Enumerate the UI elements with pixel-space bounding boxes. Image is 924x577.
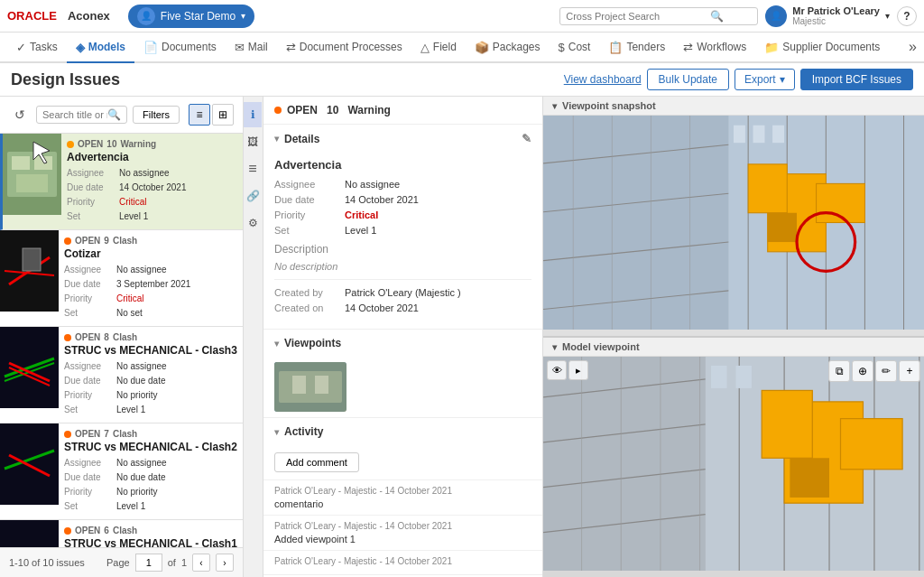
- search-input[interactable]: [42, 109, 107, 120]
- cross-project-search[interactable]: 🔍: [559, 7, 758, 25]
- next-page-button[interactable]: ›: [216, 554, 234, 572]
- cursor-icon: [30, 138, 57, 165]
- bulk-update-button[interactable]: Bulk Update: [647, 69, 729, 90]
- viewpoint-thumbnail[interactable]: [274, 362, 346, 412]
- issue-title-row: OPEN 10 Warning: [67, 139, 237, 149]
- svg-rect-72: [735, 366, 751, 388]
- export-label: Export: [744, 73, 776, 86]
- nav-item-cost[interactable]: $ Cost: [550, 33, 600, 63]
- view-dashboard-button[interactable]: View dashboard: [564, 73, 642, 86]
- model-nav-button[interactable]: ▸: [568, 360, 588, 380]
- nav-item-doc-processes[interactable]: ⇄ Document Processes: [277, 33, 411, 63]
- help-button[interactable]: ?: [897, 6, 917, 26]
- nav-item-field[interactable]: △ Field: [411, 33, 466, 63]
- details-label: Details: [284, 133, 319, 145]
- details-content: Advertencia Assignee No assignee Due dat…: [263, 153, 542, 329]
- nav-item-supplier-docs[interactable]: 📁 Supplier Documents: [755, 33, 889, 63]
- svg-rect-4: [16, 174, 48, 192]
- issue-title-row: OPEN 6 Clash: [64, 526, 237, 535]
- issue-title-row: OPEN 9 Clash: [64, 236, 237, 246]
- copy-icon-button[interactable]: ⧉: [828, 360, 850, 382]
- created-by-value: Patrick O'Leary (Majestic ): [345, 287, 461, 298]
- workflows-icon: ⇄: [683, 41, 693, 54]
- settings-icon-button[interactable]: ⚙: [244, 210, 262, 236]
- list-view-button[interactable]: ≡: [189, 104, 210, 126]
- cross-project-search-input[interactable]: [566, 11, 710, 22]
- issue-meta: AssigneeNo assignee Due dateNo due date …: [64, 359, 237, 417]
- user-info: 👤 Mr Patrick O'Leary Majestic ▾: [765, 5, 890, 27]
- viewpoint-thumb-image: [274, 362, 346, 412]
- image-icon-button[interactable]: 🖼: [244, 129, 262, 154]
- add-icon-button[interactable]: +: [899, 360, 920, 382]
- nav-item-tasks[interactable]: ✓ Tasks: [7, 33, 67, 63]
- nav-item-documents[interactable]: 📄 Documents: [134, 33, 226, 63]
- issue-status: OPEN: [78, 139, 103, 149]
- project-selector[interactable]: 👤 Five Star Demo ▾: [128, 5, 254, 28]
- mail-icon: ✉: [235, 41, 245, 54]
- nav-item-packages[interactable]: 📦 Packages: [466, 33, 550, 63]
- oracle-logo: ORACLE: [7, 9, 57, 23]
- viewpoints-label: Viewpoints: [284, 337, 341, 349]
- center-panel: OPEN 10 Warning ▾ Details ✎ Advertencia …: [263, 97, 543, 577]
- page-number-input[interactable]: [135, 554, 162, 572]
- set-value: Level 1: [345, 225, 376, 236]
- issue-status: OPEN: [75, 526, 100, 535]
- svg-rect-22: [279, 371, 342, 403]
- nav-label-doc-processes: Document Processes: [300, 41, 402, 53]
- issue-name: STRUC vs MECHANICAL - Clash3: [64, 344, 237, 357]
- grid-view-button[interactable]: ⊞: [212, 104, 234, 126]
- activity-text: Added viewpoint 1: [274, 534, 531, 544]
- link-icon-button[interactable]: 🔗: [244, 183, 262, 209]
- export-button[interactable]: Export ▾: [735, 69, 795, 90]
- center-status: OPEN: [287, 104, 318, 116]
- svg-rect-48: [753, 126, 765, 143]
- nav-item-workflows[interactable]: ⇄ Workflows: [674, 33, 755, 63]
- nav-item-mail[interactable]: ✉ Mail: [226, 33, 277, 63]
- list-icon-button[interactable]: ≡: [244, 156, 262, 181]
- nav-item-models[interactable]: ◈ Models: [67, 33, 134, 63]
- details-section-header[interactable]: ▾ Details ✎: [263, 125, 542, 153]
- view-toggle: ≡ ⊞: [189, 104, 234, 126]
- list-item[interactable]: OPEN 8 Clash STRUC vs MECHANICAL - Clash…: [0, 327, 243, 423]
- list-item[interactable]: OPEN 7 Clash STRUC vs MECHANICAL - Clash…: [0, 423, 243, 520]
- svg-rect-24: [315, 376, 328, 394]
- issue-name: Cotizar: [64, 247, 237, 260]
- svg-rect-9: [23, 248, 41, 271]
- list-item[interactable]: OPEN 10 Warning Advertencia AssigneeNo a…: [0, 134, 243, 230]
- eye-icon-button[interactable]: 👁: [547, 360, 567, 380]
- refresh-button[interactable]: ↺: [9, 104, 31, 126]
- svg-rect-43: [748, 164, 787, 213]
- svg-rect-45: [768, 213, 797, 242]
- list-item[interactable]: OPEN 6 Clash STRUC vs MECHANICAL - Clash…: [0, 520, 243, 547]
- info-icon-button[interactable]: ℹ: [244, 102, 262, 127]
- add-comment-button[interactable]: Add comment: [274, 452, 359, 472]
- viewpoint-snapshot-area: [543, 116, 924, 330]
- detail-priority: Priority Critical: [274, 209, 531, 220]
- nav-item-tenders[interactable]: 📋 Tenders: [599, 33, 674, 63]
- model-viewpoint-title: Model viewpoint: [562, 341, 640, 352]
- search-icon: 🔍: [710, 10, 724, 23]
- edit-icon[interactable]: ✎: [522, 132, 531, 145]
- svg-rect-47: [734, 126, 745, 143]
- prev-page-button[interactable]: ‹: [192, 554, 210, 572]
- activity-section-header[interactable]: ▾ Activity: [263, 418, 542, 445]
- page-title: Design Issues: [11, 70, 120, 89]
- model-viewpoint-label: ▾ Model viewpoint: [543, 338, 924, 357]
- filter-button[interactable]: Filters: [133, 106, 180, 124]
- aconex-logo: Aconex: [68, 9, 110, 23]
- user-chevron-icon[interactable]: ▾: [885, 11, 890, 21]
- activity-text: comentario: [274, 498, 531, 509]
- pen-icon-button[interactable]: ✏: [875, 360, 897, 382]
- import-bcf-button[interactable]: Import BCF Issues: [800, 69, 913, 90]
- nav-more-icon[interactable]: »: [909, 39, 917, 55]
- viewpoint-snapshot-chevron-icon: ▾: [552, 101, 557, 111]
- project-avatar: 👤: [137, 7, 155, 25]
- viewpoints-section-header[interactable]: ▾ Viewpoints: [263, 330, 542, 357]
- list-item[interactable]: OPEN 9 Clash Cotizar AssigneeNo assignee…: [0, 230, 243, 327]
- activity-meta: Patrick O'Leary - Majestic - 14 October …: [274, 556, 531, 566]
- duplicate-icon-button[interactable]: ⊕: [852, 360, 873, 382]
- left-toolbar: ↺ 🔍 Filters ≡ ⊞: [9, 104, 234, 126]
- right-top-section: ▾ Viewpoint snapshot: [543, 97, 924, 338]
- thumbnail-image: [0, 520, 59, 547]
- activity-content: Add comment Patrick O'Leary - Majestic -…: [263, 445, 542, 574]
